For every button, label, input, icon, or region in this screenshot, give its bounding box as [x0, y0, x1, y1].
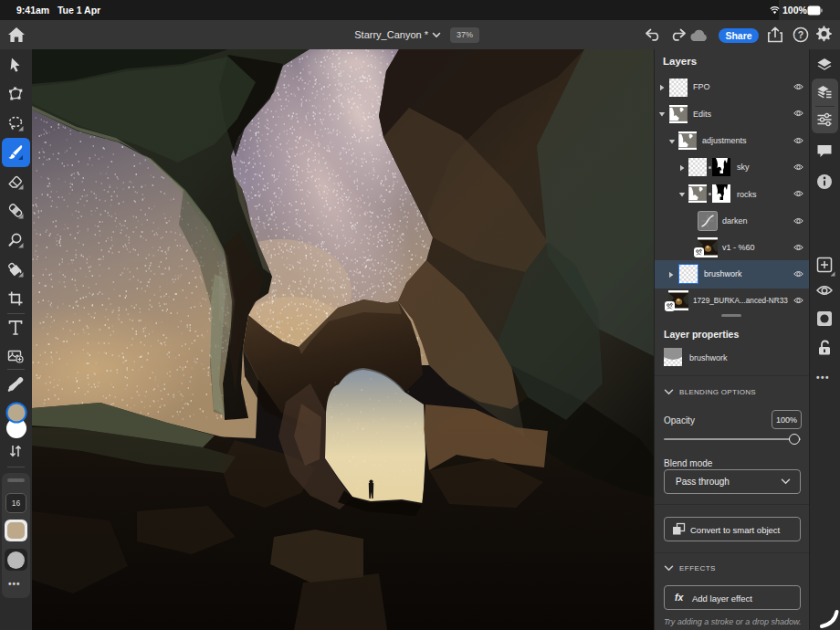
svg-text:?: ? — [798, 29, 803, 40]
